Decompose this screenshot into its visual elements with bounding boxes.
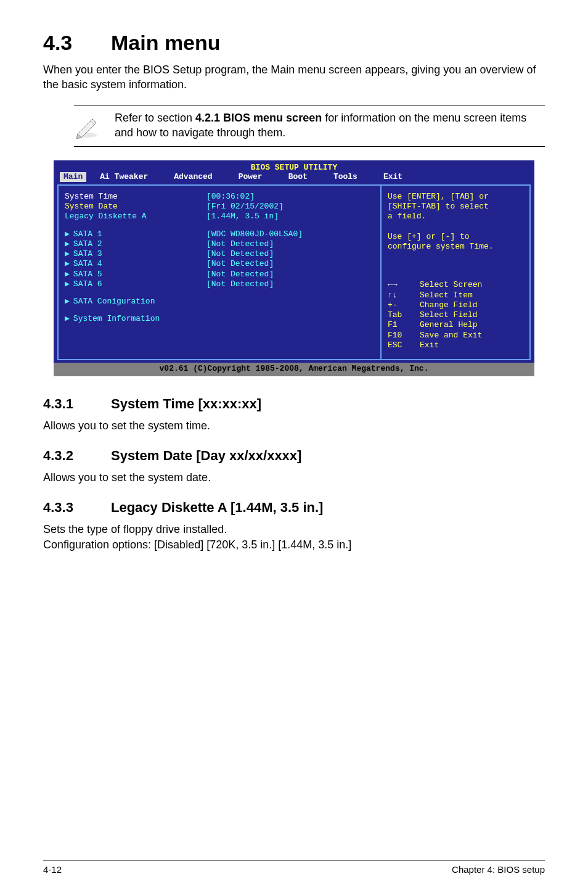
subsection-433-title: 4.3.3Legacy Diskette A [1.44M, 3.5 in.] [43, 500, 545, 516]
subsection-433-body2: Configuration options: [Disabled] [720K,… [43, 537, 545, 552]
bios-help-legend: ←→Select Screen ↑↓Select Item +-Change F… [388, 280, 523, 350]
section-title: 4.3Main menu [43, 31, 545, 55]
bios-tab-tools[interactable]: Tools [333, 172, 369, 182]
bios-menubar: Main Ai Tweaker Advanced Power Boot Tool… [54, 172, 534, 184]
triangle-icon: ▶ [65, 279, 70, 289]
bios-tab-main[interactable]: Main [60, 172, 86, 182]
bios-row-sata-config[interactable]: ▶SATA Coniguration [65, 297, 374, 307]
triangle-icon: ▶ [65, 297, 70, 306]
note-text: Refer to section 4.2.1 BIOS menu screen … [115, 110, 545, 141]
bios-tab-advanced[interactable]: Advanced [174, 172, 223, 182]
bios-row-sata2[interactable]: ▶SATA 2 [Not Detected] [65, 239, 374, 249]
bios-row-sata3[interactable]: ▶SATA 3 [Not Detected] [65, 249, 374, 259]
triangle-icon: ▶ [65, 239, 70, 249]
bios-utility-title: BIOS SETUP UTILITY [54, 160, 534, 173]
section-number: 4.3 [43, 31, 111, 55]
bios-tab-power[interactable]: Power [239, 172, 274, 182]
bios-tab-exit[interactable]: Exit [383, 172, 414, 182]
bios-help-panel: Use [ENTER], [TAB] or [SHIFT-TAB] to sel… [382, 186, 529, 359]
triangle-icon: ▶ [65, 259, 70, 268]
bios-screenshot: BIOS SETUP UTILITY Main Ai Tweaker Advan… [54, 160, 534, 376]
bios-main-panel: System Time [00:36:02] System Date [Fri … [59, 186, 382, 359]
bios-row-sata4[interactable]: ▶SATA 4 [Not Detected] [65, 259, 374, 269]
triangle-icon: ▶ [65, 249, 70, 258]
intro-text: When you enter the BIOS Setup program, t… [43, 62, 545, 93]
bios-row-system-date[interactable]: System Date [Fri 02/15/2002] [65, 202, 374, 212]
subsection-433-body: Sets the type of floppy drive installed. [43, 522, 545, 537]
page-footer: 4-12 Chapter 4: BIOS setup [43, 860, 545, 875]
bios-row-sata6[interactable]: ▶SATA 6 [Not Detected] [65, 279, 374, 289]
page-number: 4-12 [43, 864, 62, 875]
bios-tab-aitweaker[interactable]: Ai Tweaker [100, 172, 159, 182]
subsection-431-body: Allows you to set the system time. [43, 418, 545, 433]
pencil-icon [74, 110, 100, 141]
note-callout: Refer to section 4.2.1 BIOS menu screen … [74, 105, 545, 147]
triangle-icon: ▶ [65, 314, 70, 323]
section-name: Main menu [111, 31, 221, 54]
bios-row-legacy-diskette[interactable]: Legacy Diskette A [1.44M, 3.5 in] [65, 212, 374, 221]
bios-help-text: Use [ENTER], [TAB] or [SHIFT-TAB] to sel… [388, 192, 523, 252]
bios-row-system-time[interactable]: System Time [00:36:02] [65, 192, 374, 202]
subsection-431-title: 4.3.1System Time [xx:xx:xx] [43, 396, 545, 412]
triangle-icon: ▶ [65, 270, 70, 279]
subsection-432-title: 4.3.2System Date [Day xx/xx/xxxx] [43, 448, 545, 464]
bios-tab-boot[interactable]: Boot [288, 172, 319, 182]
bios-row-sata1[interactable]: ▶SATA 1 [WDC WD800JD-00LSA0] [65, 229, 374, 239]
bios-row-sata5[interactable]: ▶SATA 5 [Not Detected] [65, 270, 374, 279]
subsection-432-body: Allows you to set the system date. [43, 470, 545, 485]
bios-row-system-info[interactable]: ▶System Information [65, 314, 374, 324]
bios-copyright: v02.61 (C)Copyright 1985-2008, American … [54, 363, 534, 376]
triangle-icon: ▶ [65, 229, 70, 239]
chapter-label: Chapter 4: BIOS setup [452, 864, 545, 875]
